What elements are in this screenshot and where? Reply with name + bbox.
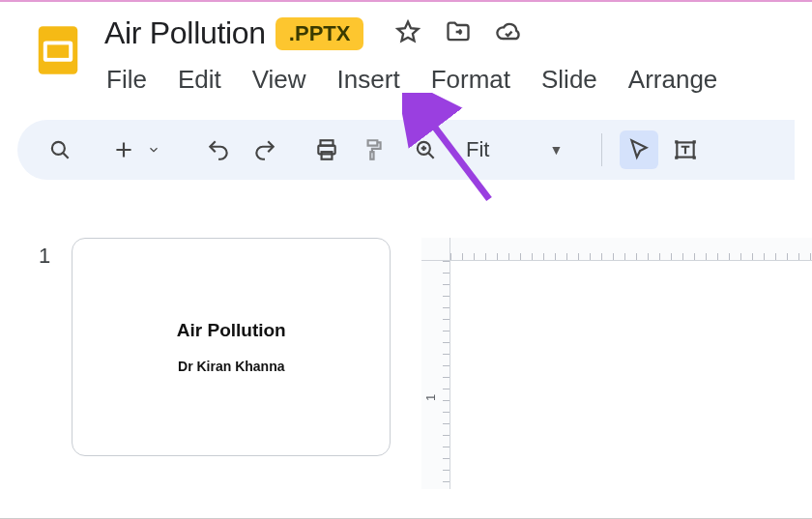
new-slide-button[interactable] [104, 130, 143, 169]
search-menus-button[interactable] [41, 130, 79, 169]
svg-rect-3 [47, 44, 70, 58]
slide-thumbnail-1[interactable]: Air Pollution Dr Kiran Khanna [72, 238, 391, 456]
paint-format-button[interactable] [354, 130, 392, 169]
zoom-fit-dropdown[interactable]: Fit ▼ [458, 137, 570, 162]
new-slide-dropdown[interactable] [143, 130, 164, 169]
menu-arrange[interactable]: Arrange [628, 65, 718, 95]
slides-app-icon[interactable] [29, 21, 87, 79]
menu-edit[interactable]: Edit [178, 65, 221, 95]
zoom-button[interactable] [406, 130, 445, 169]
ruler-v-label: 1 [423, 394, 438, 401]
app-header: Air Pollution .PPTX File Edit View Inser… [0, 2, 812, 95]
toolbar-divider [601, 133, 602, 166]
menu-format[interactable]: Format [431, 65, 510, 95]
menu-file[interactable]: File [106, 65, 147, 95]
file-type-badge: .PPTX [276, 17, 364, 50]
star-icon[interactable] [394, 18, 421, 49]
thumbnail-subtitle: Dr Kiran Khanna [178, 359, 284, 374]
svg-point-6 [52, 142, 65, 155]
svg-rect-13 [370, 152, 373, 159]
svg-rect-22 [693, 157, 696, 159]
cloud-saved-icon[interactable] [495, 18, 522, 49]
horizontal-ruler [450, 238, 812, 261]
svg-rect-20 [693, 140, 696, 143]
menu-insert[interactable]: Insert [337, 65, 400, 95]
undo-button[interactable] [199, 130, 238, 169]
zoom-label: Fit [466, 137, 489, 162]
redo-button[interactable] [246, 130, 284, 169]
slide-number: 1 [39, 244, 50, 489]
document-title[interactable]: Air Pollution [104, 15, 266, 51]
chevron-down-icon: ▼ [549, 142, 563, 158]
canvas-area[interactable]: 1 [421, 238, 812, 489]
svg-line-15 [428, 153, 433, 158]
vertical-ruler: 1 [421, 261, 450, 489]
move-folder-icon[interactable] [445, 18, 472, 49]
menu-view[interactable]: View [252, 65, 306, 95]
print-button[interactable] [307, 130, 346, 169]
menu-bar: File Edit View Insert Format Slide Arran… [106, 65, 812, 95]
svg-rect-21 [675, 157, 678, 159]
title-row: Air Pollution .PPTX [104, 15, 812, 51]
svg-line-7 [63, 153, 68, 158]
ruler-corner [421, 238, 450, 261]
toolbar: Fit ▼ [17, 120, 795, 180]
select-tool-button[interactable] [620, 130, 658, 169]
thumbnail-title: Air Pollution [177, 320, 286, 341]
text-box-tool-button[interactable] [666, 130, 705, 169]
workspace: 1 Air Pollution Dr Kiran Khanna 1 [0, 238, 812, 489]
svg-rect-19 [675, 140, 678, 143]
title-area: Air Pollution .PPTX File Edit View Inser… [104, 15, 812, 95]
menu-slide[interactable]: Slide [541, 65, 597, 95]
